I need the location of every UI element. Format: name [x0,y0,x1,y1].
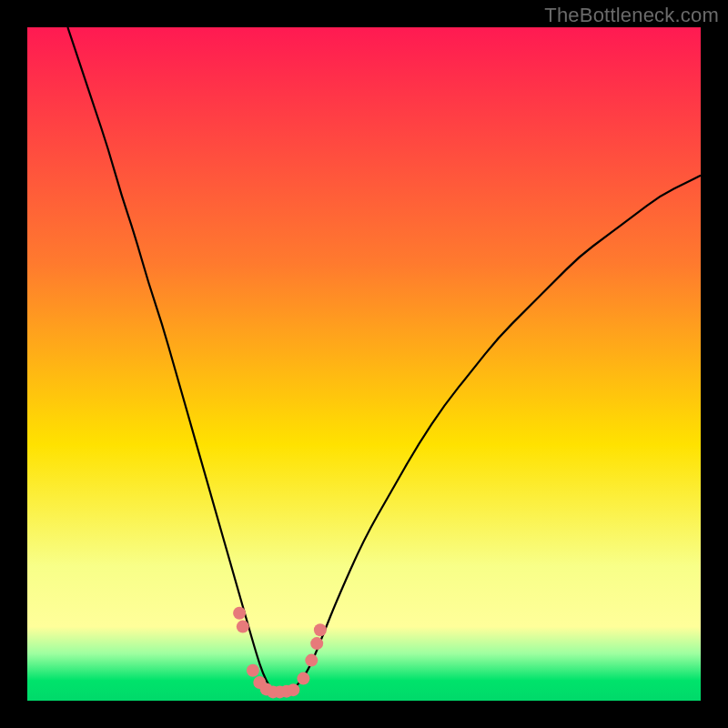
data-marker [310,637,323,650]
watermark-text: TheBottleneck.com [544,4,719,27]
data-marker [287,683,299,696]
data-marker [237,621,249,633]
data-marker [233,607,246,620]
data-marker [305,654,318,667]
data-marker [247,664,259,677]
data-marker [314,623,327,636]
bottleneck-chart [27,27,701,701]
gradient-background [27,27,701,701]
chart-frame: { "watermark": "TheBottleneck.com", "col… [0,0,728,728]
data-marker [297,672,309,685]
